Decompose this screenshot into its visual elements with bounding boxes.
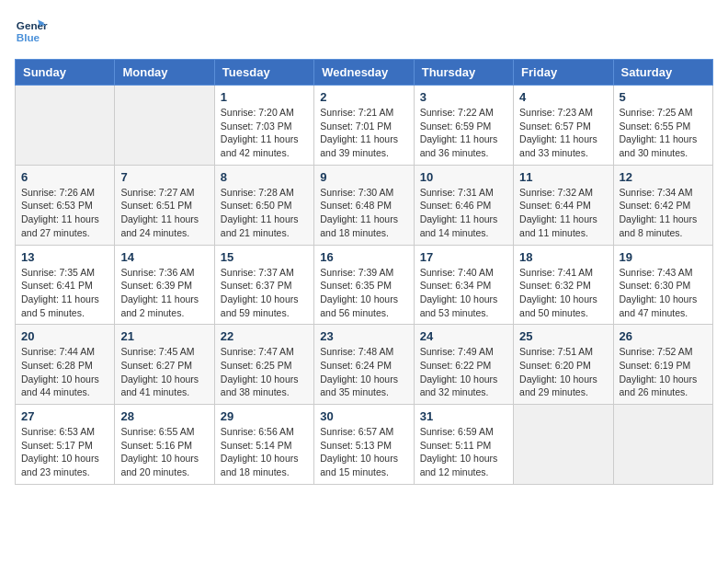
calendar-cell: 4Sunrise: 7:23 AMSunset: 6:57 PMDaylight… [514,86,613,166]
day-number: 29 [221,409,308,423]
day-info: Sunrise: 7:23 AMSunset: 6:57 PMDaylight:… [519,106,607,160]
day-info: Sunrise: 7:47 AMSunset: 6:25 PMDaylight:… [221,345,308,399]
calendar-cell: 3Sunrise: 7:22 AMSunset: 6:59 PMDaylight… [414,86,513,166]
calendar-cell: 26Sunrise: 7:52 AMSunset: 6:19 PMDayligh… [613,325,712,405]
calendar-cell: 8Sunrise: 7:28 AMSunset: 6:50 PMDaylight… [214,165,313,245]
svg-text:Blue: Blue [17,31,40,43]
weekday-header: Thursday [414,60,513,86]
day-info: Sunrise: 7:39 AMSunset: 6:35 PMDaylight:… [320,266,407,320]
day-info: Sunrise: 7:28 AMSunset: 6:50 PMDaylight:… [221,186,308,240]
day-number: 2 [320,90,407,104]
day-info: Sunrise: 7:25 AMSunset: 6:55 PMDaylight:… [620,106,707,160]
day-info: Sunrise: 6:57 AMSunset: 5:13 PMDaylight:… [320,425,407,479]
calendar-cell: 20Sunrise: 7:44 AMSunset: 6:28 PMDayligh… [16,325,115,405]
day-info: Sunrise: 7:37 AMSunset: 6:37 PMDaylight:… [221,266,308,320]
day-number: 28 [120,409,208,423]
weekday-header: Monday [115,60,214,86]
calendar-cell: 16Sunrise: 7:39 AMSunset: 6:35 PMDayligh… [314,245,414,325]
day-number: 23 [320,329,407,343]
day-info: Sunrise: 7:27 AMSunset: 6:51 PMDaylight:… [120,186,208,240]
weekday-header: Tuesday [214,60,313,86]
day-info: Sunrise: 7:32 AMSunset: 6:44 PMDaylight:… [519,186,607,240]
calendar-cell: 9Sunrise: 7:30 AMSunset: 6:48 PMDaylight… [314,165,414,245]
day-number: 12 [620,170,707,184]
weekday-header-row: SundayMondayTuesdayWednesdayThursdayFrid… [16,60,713,86]
day-number: 26 [620,329,707,343]
day-info: Sunrise: 7:48 AMSunset: 6:24 PMDaylight:… [320,345,407,399]
day-info: Sunrise: 7:36 AMSunset: 6:39 PMDaylight:… [120,266,208,320]
day-number: 18 [519,250,607,264]
calendar-cell: 15Sunrise: 7:37 AMSunset: 6:37 PMDayligh… [214,245,313,325]
day-number: 3 [420,90,507,104]
day-info: Sunrise: 7:22 AMSunset: 6:59 PMDaylight:… [420,106,507,160]
day-number: 16 [320,250,407,264]
weekday-header: Wednesday [314,60,414,86]
day-number: 22 [221,329,308,343]
calendar-cell: 23Sunrise: 7:48 AMSunset: 6:24 PMDayligh… [314,325,414,405]
day-number: 15 [221,250,308,264]
calendar-cell: 19Sunrise: 7:43 AMSunset: 6:30 PMDayligh… [613,245,712,325]
weekday-header: Saturday [613,60,712,86]
day-number: 20 [21,329,108,343]
calendar-cell: 21Sunrise: 7:45 AMSunset: 6:27 PMDayligh… [115,325,214,405]
day-info: Sunrise: 7:44 AMSunset: 6:28 PMDaylight:… [21,345,108,399]
day-info: Sunrise: 6:53 AMSunset: 5:17 PMDaylight:… [21,425,108,479]
day-number: 31 [420,409,507,423]
day-number: 19 [620,250,707,264]
day-number: 30 [320,409,407,423]
day-info: Sunrise: 7:40 AMSunset: 6:34 PMDaylight:… [420,266,507,320]
calendar-cell: 7Sunrise: 7:27 AMSunset: 6:51 PMDaylight… [115,165,214,245]
day-info: Sunrise: 6:59 AMSunset: 5:11 PMDaylight:… [420,425,507,479]
day-info: Sunrise: 7:52 AMSunset: 6:19 PMDaylight:… [620,345,707,399]
calendar-cell: 17Sunrise: 7:40 AMSunset: 6:34 PMDayligh… [414,245,513,325]
calendar-cell: 30Sunrise: 6:57 AMSunset: 5:13 PMDayligh… [314,405,414,485]
day-number: 11 [519,170,607,184]
day-info: Sunrise: 7:51 AMSunset: 6:20 PMDaylight:… [519,345,607,399]
day-info: Sunrise: 7:31 AMSunset: 6:46 PMDaylight:… [420,186,507,240]
calendar-cell: 29Sunrise: 6:56 AMSunset: 5:14 PMDayligh… [214,405,313,485]
day-number: 10 [420,170,507,184]
day-info: Sunrise: 7:30 AMSunset: 6:48 PMDaylight:… [320,186,407,240]
day-info: Sunrise: 7:20 AMSunset: 7:03 PMDaylight:… [221,106,308,160]
calendar-cell: 2Sunrise: 7:21 AMSunset: 7:01 PMDaylight… [314,86,414,166]
day-number: 21 [120,329,208,343]
calendar-cell: 25Sunrise: 7:51 AMSunset: 6:20 PMDayligh… [514,325,613,405]
calendar-cell: 13Sunrise: 7:35 AMSunset: 6:41 PMDayligh… [16,245,115,325]
logo-icon: General Blue [15,15,48,48]
calendar-cell: 12Sunrise: 7:34 AMSunset: 6:42 PMDayligh… [613,165,712,245]
day-info: Sunrise: 6:55 AMSunset: 5:16 PMDaylight:… [120,425,208,479]
calendar-cell: 24Sunrise: 7:49 AMSunset: 6:22 PMDayligh… [414,325,513,405]
calendar-cell: 11Sunrise: 7:32 AMSunset: 6:44 PMDayligh… [514,165,613,245]
calendar-cell: 1Sunrise: 7:20 AMSunset: 7:03 PMDaylight… [214,86,313,166]
calendar-cell: 18Sunrise: 7:41 AMSunset: 6:32 PMDayligh… [514,245,613,325]
day-number: 14 [120,250,208,264]
day-number: 8 [221,170,308,184]
day-number: 1 [221,90,308,104]
day-number: 5 [620,90,707,104]
weekday-header: Friday [514,60,613,86]
calendar-cell [115,86,214,166]
calendar-cell: 10Sunrise: 7:31 AMSunset: 6:46 PMDayligh… [414,165,513,245]
day-number: 4 [519,90,607,104]
calendar-table: SundayMondayTuesdayWednesdayThursdayFrid… [15,59,713,485]
calendar-week-row: 20Sunrise: 7:44 AMSunset: 6:28 PMDayligh… [16,325,713,405]
calendar-week-row: 13Sunrise: 7:35 AMSunset: 6:41 PMDayligh… [16,245,713,325]
day-info: Sunrise: 7:49 AMSunset: 6:22 PMDaylight:… [420,345,507,399]
calendar-week-row: 6Sunrise: 7:26 AMSunset: 6:53 PMDaylight… [16,165,713,245]
day-number: 13 [21,250,108,264]
day-number: 9 [320,170,407,184]
calendar-cell [613,405,712,485]
day-number: 24 [420,329,507,343]
logo: General Blue [15,15,48,48]
day-info: Sunrise: 7:41 AMSunset: 6:32 PMDaylight:… [519,266,607,320]
day-info: Sunrise: 7:26 AMSunset: 6:53 PMDaylight:… [21,186,108,240]
day-number: 25 [519,329,607,343]
day-info: Sunrise: 7:34 AMSunset: 6:42 PMDaylight:… [620,186,707,240]
calendar-cell: 27Sunrise: 6:53 AMSunset: 5:17 PMDayligh… [16,405,115,485]
calendar-cell: 22Sunrise: 7:47 AMSunset: 6:25 PMDayligh… [214,325,313,405]
day-number: 17 [420,250,507,264]
calendar-cell [16,86,115,166]
svg-text:General: General [17,19,48,31]
calendar-cell: 31Sunrise: 6:59 AMSunset: 5:11 PMDayligh… [414,405,513,485]
day-info: Sunrise: 6:56 AMSunset: 5:14 PMDaylight:… [221,425,308,479]
